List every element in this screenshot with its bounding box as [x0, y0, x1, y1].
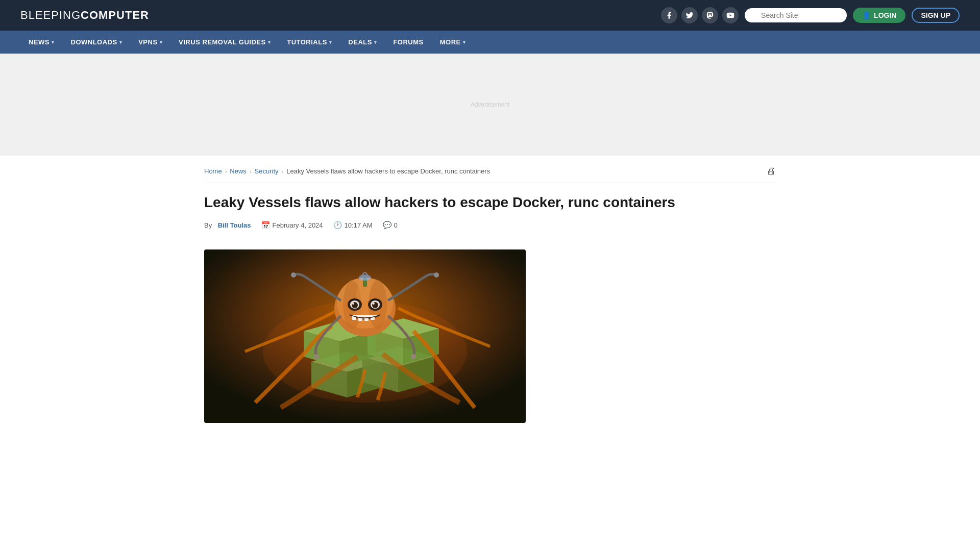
time-value: 10:17 AM [345, 221, 373, 229]
svg-point-22 [359, 274, 371, 281]
nav-news[interactable]: NEWS▾ [20, 31, 63, 54]
breadcrumb-sep-1: › [225, 168, 227, 174]
social-icons [661, 7, 739, 23]
tutorials-dropdown-arrow: ▾ [329, 40, 332, 45]
site-logo[interactable]: BLEEPINGCOMPUTER [20, 9, 149, 22]
signup-button[interactable]: SIGN UP [912, 8, 960, 23]
facebook-icon[interactable] [661, 7, 677, 23]
search-input[interactable] [745, 8, 847, 22]
comment-icon: 💬 [383, 221, 391, 229]
search-wrapper: 🔍 [745, 8, 847, 22]
article-sidebar [561, 249, 715, 423]
breadcrumb: Home › News › Security › Leaky Vessels f… [204, 166, 776, 183]
svg-point-35 [291, 272, 296, 278]
article-comments[interactable]: 💬 0 [383, 221, 398, 229]
nav-virus-removal[interactable]: VIRUS REMOVAL GUIDES▾ [170, 31, 279, 54]
breadcrumb-news[interactable]: News [230, 167, 247, 175]
author-link[interactable]: Bill Toulas [218, 221, 251, 229]
svg-point-36 [434, 272, 439, 278]
nav-tutorials[interactable]: TUTORIALS▾ [279, 31, 340, 54]
author-info: By Bill Toulas [204, 221, 251, 229]
mastodon-icon[interactable] [702, 7, 718, 23]
clock-icon: 🕐 [333, 221, 342, 229]
login-label: LOGIN [874, 11, 896, 19]
nav-more[interactable]: MORE▾ [432, 31, 474, 54]
login-button[interactable]: 👤 LOGIN [853, 8, 905, 23]
header-right: 🔍 👤 LOGIN SIGN UP [661, 7, 960, 23]
breadcrumb-sep-3: › [282, 168, 284, 174]
breadcrumb-security[interactable]: Security [255, 167, 279, 175]
article-title: Leaky Vessels flaws allow hackers to esc… [204, 193, 776, 212]
comments-count: 0 [394, 221, 398, 229]
print-icon[interactable]: 🖨 [767, 166, 776, 177]
main-nav: NEWS▾ DOWNLOADS▾ VPNS▾ VIRUS REMOVAL GUI… [0, 31, 980, 54]
logo-prefix: BLEEPING [20, 9, 81, 21]
nav-forums[interactable]: FORUMS [385, 31, 431, 54]
nav-downloads[interactable]: DOWNLOADS▾ [63, 31, 131, 54]
twitter-icon[interactable] [681, 7, 698, 23]
virus-dropdown-arrow: ▾ [268, 40, 271, 45]
deals-dropdown-arrow: ▾ [374, 40, 377, 45]
article-body [204, 249, 776, 423]
nav-vpns[interactable]: VPNS▾ [130, 31, 170, 54]
news-dropdown-arrow: ▾ [52, 40, 55, 45]
breadcrumb-current: Leaky Vessels flaws allow hackers to esc… [286, 167, 490, 175]
advertisement-banner: Advertisement [0, 54, 980, 156]
vpns-dropdown-arrow: ▾ [160, 40, 163, 45]
ad-placeholder-text: Advertisement [471, 101, 510, 108]
site-header: BLEEPINGCOMPUTER 🔍 👤 LOGIN SIGN UP [0, 0, 980, 31]
article-date: 📅 February 4, 2024 [261, 221, 323, 229]
breadcrumb-sep-2: › [250, 168, 252, 174]
date-value: February 4, 2024 [273, 221, 323, 229]
hero-image [204, 249, 526, 423]
downloads-dropdown-arrow: ▾ [119, 40, 122, 45]
nav-deals[interactable]: DEALS▾ [340, 31, 385, 54]
youtube-icon[interactable] [722, 7, 739, 23]
breadcrumb-home[interactable]: Home [204, 167, 222, 175]
article-main [204, 249, 541, 423]
signup-label: SIGN UP [921, 11, 950, 19]
svg-point-39 [263, 300, 467, 403]
user-icon: 👤 [862, 11, 871, 19]
article-time: 🕐 10:17 AM [333, 221, 373, 229]
article-meta: By Bill Toulas 📅 February 4, 2024 🕐 10:1… [204, 221, 776, 237]
content-wrapper: Home › News › Security › Leaky Vessels f… [184, 156, 796, 433]
logo-suffix: COMPUTER [81, 9, 149, 21]
calendar-icon: 📅 [261, 221, 270, 229]
more-dropdown-arrow: ▾ [463, 40, 466, 45]
by-label: By [204, 221, 212, 229]
